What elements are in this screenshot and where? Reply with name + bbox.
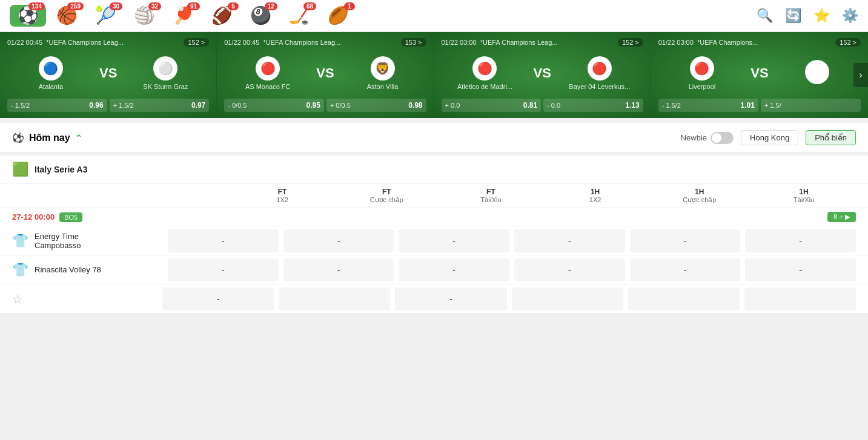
- league-section: 🟩 Italy Serie A3 FT 1X2 FT Cược chấp FT …: [0, 156, 868, 314]
- collapse-icon[interactable]: ⌃: [75, 133, 82, 143]
- match-date-3: 01/22 03:00 *UEFA Champions Leag...: [442, 39, 558, 46]
- team2-logo-card1: ⚪: [153, 56, 177, 80]
- col-1h-taixiu-label: Tài/Xiu: [793, 196, 814, 203]
- star-icon[interactable]: ☆: [12, 292, 23, 306]
- odd1-card3[interactable]: + 0.0 0.81: [442, 99, 542, 112]
- match-count-3[interactable]: 152 >: [618, 38, 643, 47]
- team1-odd-6[interactable]: -: [745, 229, 856, 252]
- vs-card1: VS: [99, 65, 117, 81]
- team1-odd-3[interactable]: -: [399, 229, 509, 252]
- sport-tab-tennis2[interactable]: 12 🎱: [242, 5, 279, 27]
- team1-name-card3: Atletico de Madri...: [457, 83, 512, 90]
- sport-tab-tennis[interactable]: 30 🎾: [87, 5, 124, 27]
- league-logo: 🟩: [12, 162, 28, 177]
- league-name: Italy Serie A3: [35, 165, 87, 174]
- newbie-label: Newbie: [681, 133, 707, 142]
- team2-odd-6[interactable]: -: [745, 258, 856, 281]
- pho-bien-filter[interactable]: Phổ biến: [806, 130, 856, 145]
- odd2-card4[interactable]: + 1.5/: [761, 99, 861, 112]
- match-header-1: 01/22 00:45 *UEFA Champions Leag... 152 …: [7, 38, 209, 47]
- odd2-card2[interactable]: + 0/0.5 0.98: [326, 99, 426, 112]
- vs-card4: VS: [750, 65, 768, 81]
- team1-card1: 🔵 Atalanta: [7, 56, 94, 90]
- team1-card3: 🔴 Atletico de Madri...: [442, 56, 529, 90]
- match-header-3: 01/22 03:00 *UEFA Champions Leag... 152 …: [442, 38, 643, 47]
- hong-kong-filter[interactable]: Hong Kong: [741, 130, 798, 145]
- league-header: 🟩 Italy Serie A3: [0, 156, 868, 184]
- col-1h-1x2: 1H 1X2: [543, 188, 648, 204]
- vs-card2: VS: [316, 65, 334, 81]
- star-odd-3[interactable]: -: [395, 287, 506, 310]
- search-icon[interactable]: 🔍: [757, 8, 773, 24]
- match-time-row: 27-12 00:00 BO5 8 + ▶: [0, 208, 868, 226]
- odd2-label-card1: + 1.5/2: [113, 102, 134, 109]
- team1-odd-5[interactable]: -: [630, 229, 741, 252]
- team1-odd-1[interactable]: -: [168, 229, 279, 252]
- teams-row-4: 🔴 Liverpool VS: [658, 51, 861, 95]
- sport-tab-tabletennis[interactable]: 91 🏓: [165, 5, 201, 27]
- col-1h-taixiu: 1H Tài/Xiu: [752, 188, 856, 204]
- odd1-card1[interactable]: - 1.5/2 0.96: [7, 99, 107, 112]
- team2-odd-2[interactable]: -: [283, 258, 394, 281]
- rugby-badge: 1: [344, 2, 355, 10]
- team1-logo-card1: 🔵: [39, 56, 63, 80]
- sport-tab-rugby[interactable]: 1 🏉: [320, 5, 356, 27]
- featured-matches: 01/22 00:45 *UEFA Champions Leag... 152 …: [0, 32, 868, 118]
- match-time: 27-12 00:00: [12, 212, 55, 222]
- refresh-icon[interactable]: 🔄: [785, 8, 801, 24]
- sport-tab-football[interactable]: 5 🏈: [204, 5, 240, 27]
- team-row-1: 👕 Energy TimeCampobasso - - - - - -: [0, 226, 868, 255]
- sport-tab-basketball[interactable]: 259 🏀: [48, 5, 85, 27]
- star-odds-cells: - -: [162, 287, 856, 310]
- odds-row-1: - 1.5/2 0.96 + 1.5/2 0.97: [7, 99, 209, 112]
- odds-row-4: - 1.5/2 1.01 + 1.5/: [658, 99, 861, 112]
- sport-tab-hockey[interactable]: 68 🏒: [281, 5, 317, 27]
- team2-name-card3: Bayer 04 Leverkus...: [569, 83, 630, 90]
- featured-match-4: 01/22 03:00 *UEFA Champions... 152 > 🔴 L…: [651, 32, 868, 118]
- featured-match-1: 01/22 00:45 *UEFA Champions Leag... 152 …: [0, 32, 217, 118]
- rugby-icon: 🏉: [328, 7, 349, 24]
- section-sport-icon: ⚽: [12, 132, 24, 143]
- featured-match-3: 01/22 03:00 *UEFA Champions Leag... 152 …: [434, 32, 651, 118]
- odd1-card4[interactable]: - 1.5/2 1.01: [658, 99, 758, 112]
- team2-odd-5[interactable]: -: [630, 258, 741, 281]
- odd2-card1[interactable]: + 1.5/2 0.97: [110, 99, 210, 112]
- newbie-toggle[interactable]: [711, 132, 734, 144]
- bo-badge: BO5: [59, 212, 82, 222]
- next-card-arrow[interactable]: ›: [853, 63, 868, 87]
- team2-odd-3[interactable]: -: [399, 258, 509, 281]
- team2-odd-4[interactable]: -: [514, 258, 625, 281]
- extra-badge[interactable]: 8 + ▶: [827, 212, 856, 222]
- odd2-card3[interactable]: - 0.0 1.13: [543, 99, 643, 112]
- sport-tab-volleyball[interactable]: 32 🏐: [126, 5, 162, 27]
- volleyball-badge: 32: [148, 2, 161, 10]
- teams-row-2: 🔴 AS Monaco FC VS 🦁 Aston Villa: [224, 51, 426, 95]
- odd1-label-card3: + 0.0: [445, 102, 460, 109]
- teams-row-3: 🔴 Atletico de Madri... VS 🔴 Bayer 04 Lev…: [442, 51, 643, 95]
- team1-logo-card4: 🔴: [690, 56, 714, 80]
- team1-odds-cells: - - - - - -: [168, 229, 856, 252]
- star-row: ☆ - -: [0, 284, 868, 314]
- match-count-4[interactable]: 152 >: [835, 38, 861, 47]
- team1-card2: 🔴 AS Monaco FC: [224, 56, 311, 90]
- star-odd-1[interactable]: -: [162, 287, 274, 310]
- col-ft3-label: FT: [486, 188, 495, 196]
- column-headers: FT 1X2 FT Cược chấp FT Tài/Xiu 1H 1X2 1H…: [0, 184, 868, 208]
- favorites-icon[interactable]: ⭐: [813, 8, 830, 24]
- star-odd-4: [512, 287, 623, 310]
- match-count-1[interactable]: 152 >: [184, 38, 209, 47]
- team1-odd-4[interactable]: -: [514, 229, 625, 252]
- team1-logo-card3: 🔴: [472, 56, 497, 80]
- team2-odd-1[interactable]: -: [168, 258, 279, 281]
- col-ft-taixiu: FT Tài/Xiu: [439, 188, 543, 204]
- team1-odd-2[interactable]: -: [283, 229, 394, 252]
- team1-row-name: Energy TimeCampobasso: [35, 232, 168, 250]
- odd1-val-card4: 1.01: [741, 101, 755, 110]
- odd2-label-card2: + 0/0.5: [330, 102, 351, 109]
- match-count-2[interactable]: 153 >: [401, 38, 426, 47]
- odd1-label-card1: - 1.5/2: [11, 102, 30, 109]
- section-header: ⚽ Hôm nay ⌃ Newbie Hong Kong Phổ biến: [0, 123, 868, 153]
- sport-tab-soccer[interactable]: 134 ⚽: [10, 5, 46, 27]
- settings-icon[interactable]: ⚙️: [842, 8, 858, 24]
- odd1-card2[interactable]: - 0/0.5 0.95: [224, 99, 324, 112]
